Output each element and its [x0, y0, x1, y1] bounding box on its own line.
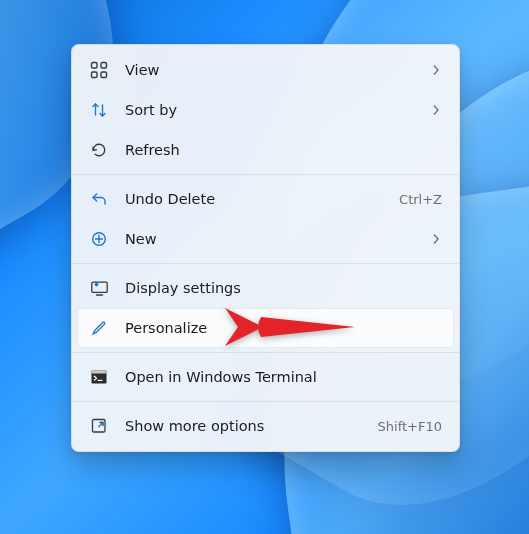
menu-item-open-terminal[interactable]: Open in Windows Terminal — [77, 357, 454, 397]
menu-item-view[interactable]: View — [77, 50, 454, 90]
menu-item-new[interactable]: New — [77, 219, 454, 259]
chevron-right-icon — [430, 104, 442, 116]
undo-icon — [89, 189, 109, 209]
menu-separator — [72, 174, 459, 175]
desktop-context-menu: View Sort by Refresh — [71, 44, 460, 452]
annotation-arrow — [225, 308, 355, 346]
chevron-right-icon — [430, 233, 442, 245]
menu-item-undo-delete[interactable]: Undo Delete Ctrl+Z — [77, 179, 454, 219]
menu-separator — [72, 401, 459, 402]
chevron-right-icon — [430, 64, 442, 76]
menu-item-label: Show more options — [125, 418, 378, 434]
svg-rect-1 — [101, 63, 107, 69]
menu-item-label: Display settings — [125, 280, 442, 296]
menu-item-display-settings[interactable]: Display settings — [77, 268, 454, 308]
personalize-icon — [89, 318, 109, 338]
display-settings-icon — [89, 278, 109, 298]
menu-item-label: View — [125, 62, 430, 78]
sort-icon — [89, 100, 109, 120]
terminal-icon — [89, 367, 109, 387]
menu-item-label: Sort by — [125, 102, 430, 118]
show-more-icon — [89, 416, 109, 436]
menu-item-label: New — [125, 231, 430, 247]
view-icon — [89, 60, 109, 80]
menu-item-label: Open in Windows Terminal — [125, 369, 442, 385]
menu-item-accel: Shift+F10 — [378, 419, 442, 434]
menu-item-label: Refresh — [125, 142, 442, 158]
refresh-icon — [89, 140, 109, 160]
menu-item-accel: Ctrl+Z — [399, 192, 442, 207]
svg-rect-3 — [101, 72, 107, 78]
svg-rect-2 — [92, 72, 98, 78]
menu-separator — [72, 263, 459, 264]
svg-rect-5 — [91, 282, 106, 292]
new-icon — [89, 229, 109, 249]
menu-item-show-more-options[interactable]: Show more options Shift+F10 — [77, 406, 454, 446]
menu-item-label: Undo Delete — [125, 191, 399, 207]
menu-separator — [72, 352, 459, 353]
svg-rect-8 — [92, 370, 107, 373]
svg-rect-0 — [92, 63, 98, 69]
menu-item-refresh[interactable]: Refresh — [77, 130, 454, 170]
menu-item-sort-by[interactable]: Sort by — [77, 90, 454, 130]
